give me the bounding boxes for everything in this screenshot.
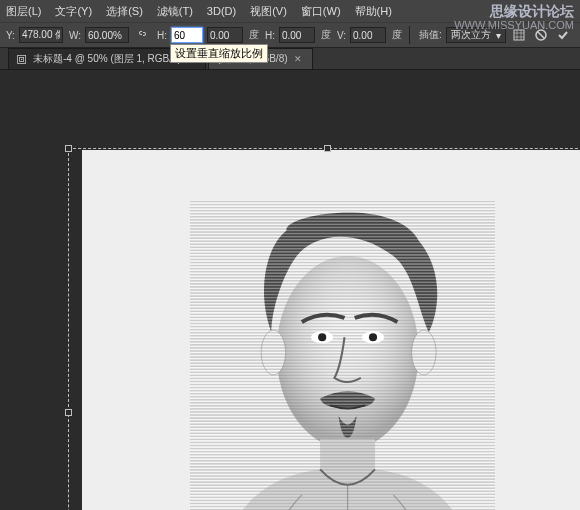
menu-select[interactable]: 选择(S) [106,4,143,19]
menu-view[interactable]: 视图(V) [250,4,287,19]
image-layer [190,200,495,510]
menu-window[interactable]: 窗口(W) [301,4,341,19]
svg-point-13 [318,333,326,341]
h-label: H: [157,30,167,41]
transform-handle-tc[interactable] [324,145,331,152]
document-tab-1-label: 未标题-4 @ 50% (图层 1, RGB/8) [33,52,181,66]
canvas-area[interactable] [0,70,580,510]
svg-line-2 [537,32,544,39]
svg-point-9 [276,256,418,449]
w-input[interactable] [85,27,129,43]
menu-help[interactable]: 帮助(H) [355,4,392,19]
close-icon[interactable]: ✕ [294,54,302,64]
h-input[interactable] [171,27,203,43]
w-label: W: [69,30,81,41]
deg-label-2: 度 [321,28,331,42]
file-icon: 🞖 [17,54,27,65]
y-label: Y: [6,30,15,41]
menu-filter[interactable]: 滤镜(T) [157,4,193,19]
menu-type[interactable]: 文字(Y) [55,4,92,19]
deg-label-3: 度 [392,28,402,42]
link-icon[interactable] [133,26,151,44]
tooltip: 设置垂直缩放比例 [170,44,268,63]
engraved-portrait [190,200,495,510]
interp-label: 插值: [419,28,442,42]
v-input[interactable] [350,27,386,43]
watermark-line1: 思缘设计论坛 [454,4,574,18]
y-input[interactable] [19,27,63,43]
h-px-input[interactable] [207,27,243,43]
document-tab-bar: 🞖 未标题-4 @ 50% (图层 1, RGB/8) ✕ (图层 2, RGB… [0,48,580,70]
svg-point-11 [412,330,436,375]
transform-handle-tl[interactable] [65,145,72,152]
transform-handle-ml[interactable] [65,409,72,416]
deg-label-1: 度 [249,28,259,42]
h2-input[interactable] [279,27,315,43]
menu-3d[interactable]: 3D(D) [207,5,236,17]
watermark: 思缘设计论坛 WWW.MISSYUAN.COM [454,4,574,32]
svg-point-10 [261,330,285,375]
h2-label: H: [265,30,275,41]
svg-point-15 [369,333,377,341]
menu-layer[interactable]: 图层(L) [6,4,41,19]
watermark-line2: WWW.MISSYUAN.COM [454,18,574,32]
v-label: V: [337,30,346,41]
